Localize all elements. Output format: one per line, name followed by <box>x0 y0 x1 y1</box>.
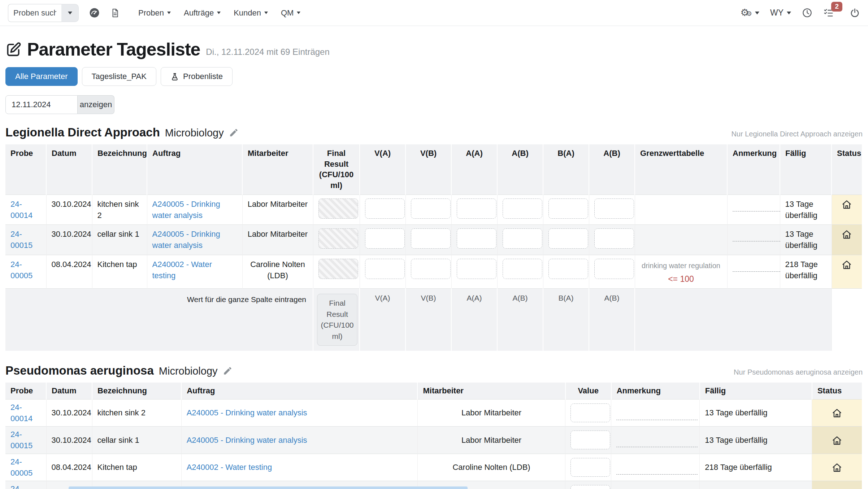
fill-column-final-result-button[interactable]: Final Result (CFU/100 ml) <box>317 294 357 346</box>
grenzwert-cell <box>635 195 727 224</box>
home-status-icon[interactable] <box>832 408 842 417</box>
show-button[interactable]: anzeigen <box>78 95 114 114</box>
todo-list-button[interactable]: 2 <box>823 8 834 18</box>
bulk-entry-row: Wert für die ganze Spalte eintragen Fina… <box>5 289 862 351</box>
col-probe: Probe <box>5 144 46 195</box>
tab-tagesliste-pak[interactable]: Tagesliste_PAK <box>82 67 156 86</box>
probe-link[interactable]: 24-00005 <box>10 457 32 477</box>
ab-input[interactable] <box>503 228 542 249</box>
todo-count-badge: 2 <box>831 2 842 12</box>
aa-input[interactable] <box>457 259 496 279</box>
menu-qm[interactable]: QM <box>281 8 300 18</box>
auftrag-link[interactable]: A240005 - Drinking water analysis <box>152 200 220 220</box>
col-value: Value <box>565 383 611 399</box>
probe-link[interactable]: 24-00007 <box>10 484 32 489</box>
final-result-input <box>318 259 358 279</box>
faellig-cell: 218 Tage überfällig <box>700 481 812 489</box>
section-category: Microbiology <box>165 127 224 139</box>
auftrag-link[interactable]: A240002 - Water testing <box>187 463 272 472</box>
aa-input[interactable] <box>457 198 496 219</box>
value-input[interactable] <box>570 403 610 422</box>
history-clock-icon[interactable] <box>802 8 812 18</box>
probe-link[interactable]: 24-00015 <box>10 430 32 450</box>
document-icon[interactable] <box>110 8 120 18</box>
home-status-icon[interactable] <box>841 230 852 239</box>
date-input[interactable] <box>5 95 78 114</box>
auftrag-link[interactable]: A240005 - Drinking water analysis <box>187 408 307 417</box>
vb-input[interactable] <box>411 228 451 249</box>
table-row: 24-00014 30.10.2024 kitchen sink 2 A2400… <box>5 195 862 224</box>
vb-input[interactable] <box>411 198 451 219</box>
va-input[interactable] <box>365 198 405 219</box>
auftrag-link[interactable]: A240005 - Drinking water analysis <box>187 436 307 445</box>
chevron-down-icon <box>755 12 759 14</box>
ab2-input[interactable] <box>594 228 634 249</box>
filter-only-link[interactable]: Nur Legionella Direct Approach anzeigen <box>731 130 863 138</box>
pseudomonas-table: Probe Datum Bezeichnung Auftrag Mitarbei… <box>5 383 862 489</box>
anmerkung-field[interactable] <box>616 438 698 447</box>
col-probe: Probe <box>5 383 46 399</box>
dashboard-gauge-icon[interactable] <box>89 7 100 18</box>
search-input[interactable] <box>8 4 61 22</box>
auftrag-link[interactable]: A240005 - Drinking water analysis <box>152 230 220 250</box>
probe-link[interactable]: 24-00014 <box>10 403 32 423</box>
ab-input[interactable] <box>503 259 542 279</box>
va-input[interactable] <box>365 259 405 279</box>
faellig-cell: 218 Tage überfällig <box>780 255 832 289</box>
edit-pencil-icon[interactable] <box>229 128 239 137</box>
value-input[interactable] <box>570 485 610 489</box>
ab2-input[interactable] <box>594 259 634 279</box>
probe-link[interactable]: 24-00014 <box>10 200 32 220</box>
col-ba: B(A) <box>543 144 589 195</box>
tab-alle-parameter[interactable]: Alle Parameter <box>5 67 78 86</box>
col-faellig: Fällig <box>700 383 812 399</box>
anmerkung-field[interactable] <box>733 263 780 272</box>
menu-kunden[interactable]: Kunden <box>234 8 268 18</box>
settings-menu[interactable]: ⚙⚙ <box>741 8 759 18</box>
menu-proben[interactable]: Proben <box>138 8 171 18</box>
logout-power-icon[interactable] <box>850 8 860 18</box>
tab-probenliste[interactable]: Probenliste <box>161 67 233 86</box>
vb-input[interactable] <box>411 259 451 279</box>
home-status-icon[interactable] <box>841 200 852 209</box>
section-title: Pseudomonas aeruginosa <box>5 364 154 377</box>
datum-cell: 08.04.2024 <box>46 255 92 289</box>
home-status-icon[interactable] <box>841 260 852 269</box>
value-input[interactable] <box>570 431 610 449</box>
menu-auftraege[interactable]: Aufträge <box>184 8 221 18</box>
ba-input[interactable] <box>548 198 588 219</box>
col-va: V(A) <box>360 144 405 195</box>
column-label-ab: A(B) <box>497 289 543 351</box>
home-status-icon[interactable] <box>832 435 842 444</box>
anmerkung-field[interactable] <box>616 411 698 420</box>
mitarbeiter-cell: Caroline Nolten (LDB) <box>242 255 313 289</box>
probe-link[interactable]: 24-00015 <box>10 230 32 250</box>
ab-input[interactable] <box>503 198 542 219</box>
anmerkung-field[interactable] <box>616 466 698 475</box>
search-dropdown-button[interactable] <box>61 4 79 22</box>
ba-input[interactable] <box>548 259 588 279</box>
anmerkung-field[interactable] <box>733 203 780 211</box>
anmerkung-field[interactable] <box>733 233 780 241</box>
va-input[interactable] <box>365 228 405 249</box>
aa-input[interactable] <box>457 228 496 249</box>
header-row: Probe Datum Bezeichnung Auftrag Mitarbei… <box>5 144 862 195</box>
user-menu[interactable]: WY <box>770 8 791 18</box>
bezeichnung-cell: kitchen sink 2 <box>92 399 181 426</box>
edit-pencil-icon[interactable] <box>223 366 233 376</box>
home-status-icon[interactable] <box>832 463 842 472</box>
column-label-ab2: A(B) <box>589 289 635 351</box>
datum-cell: 30.10.2024 <box>46 225 92 255</box>
auftrag-link[interactable]: A240002 - Water testing <box>152 260 212 280</box>
section-legionella: Legionella Direct Approach Microbiology … <box>5 126 863 351</box>
edit-square-icon <box>5 41 22 58</box>
ba-input[interactable] <box>548 228 588 249</box>
faellig-cell: 13 Tage überfällig <box>700 399 812 426</box>
legionella-table: Probe Datum Bezeichnung Auftrag Mitarbei… <box>5 144 862 351</box>
filter-only-link[interactable]: Nur Pseudomonas aeruginosa anzeigen <box>734 368 863 376</box>
col-ab: A(B) <box>497 144 543 195</box>
value-input[interactable] <box>570 458 610 477</box>
probe-link[interactable]: 24-00005 <box>10 260 32 280</box>
ab2-input[interactable] <box>594 198 634 219</box>
col-vb: V(B) <box>405 144 451 195</box>
